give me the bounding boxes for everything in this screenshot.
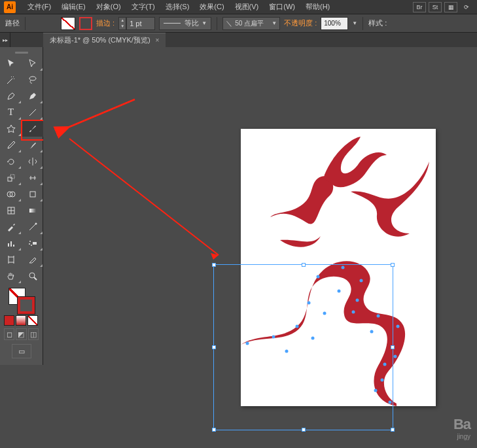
direct-selection-tool[interactable] bbox=[22, 55, 43, 71]
curvature-tool[interactable] bbox=[22, 88, 43, 104]
selection-handle[interactable] bbox=[391, 428, 395, 432]
menu-view[interactable]: 视图(V) bbox=[230, 1, 264, 13]
svg-point-14 bbox=[29, 241, 31, 242]
stroke-weight-value[interactable]: 1 pt bbox=[126, 17, 155, 30]
watermark: Ba jingy bbox=[453, 416, 470, 440]
paintbrush-tool[interactable] bbox=[22, 120, 43, 137]
svg-point-32 bbox=[394, 355, 397, 358]
close-tab-icon[interactable]: × bbox=[156, 37, 160, 44]
selection-type-label: 路径 bbox=[5, 18, 20, 28]
menu-select[interactable]: 选择(S) bbox=[160, 1, 195, 13]
magic-wand-tool[interactable] bbox=[0, 71, 22, 88]
selection-handle[interactable] bbox=[212, 345, 216, 349]
selection-bounding-box[interactable] bbox=[213, 264, 393, 430]
shape-builder-tool[interactable] bbox=[0, 186, 22, 202]
width-tool[interactable] bbox=[22, 169, 43, 186]
pencil-tool[interactable] bbox=[0, 137, 22, 153]
stock-icon[interactable]: St bbox=[429, 2, 442, 12]
stroke-weight-field[interactable]: ▲▼ 1 pt bbox=[118, 17, 155, 30]
column-graph-tool[interactable] bbox=[0, 235, 22, 251]
panel-toggle-icon[interactable]: ▸▸ bbox=[0, 33, 10, 47]
svg-rect-6 bbox=[30, 192, 35, 197]
app-logo: Ai bbox=[4, 1, 16, 13]
svg-rect-11 bbox=[10, 241, 12, 247]
svg-rect-10 bbox=[8, 243, 9, 247]
free-transform-tool[interactable] bbox=[22, 186, 43, 202]
draw-normal-icon[interactable]: ◻ bbox=[4, 328, 14, 340]
selection-handle[interactable] bbox=[391, 263, 395, 267]
svg-line-20 bbox=[69, 99, 135, 127]
bridge-icon[interactable]: Br bbox=[413, 2, 426, 12]
menu-edit[interactable]: 编辑(E) bbox=[56, 1, 91, 13]
symbol-sprayer-tool[interactable] bbox=[22, 235, 43, 251]
svg-line-1 bbox=[29, 109, 36, 116]
gradient-tool[interactable] bbox=[22, 202, 43, 218]
svg-rect-3 bbox=[10, 175, 14, 179]
screen-mode-icon[interactable]: ▭ bbox=[12, 344, 31, 358]
arrange-docs-icon[interactable]: ▦ bbox=[444, 2, 457, 12]
style-label: 样式 : bbox=[368, 18, 387, 28]
artboard-tool[interactable] bbox=[0, 251, 22, 267]
line-tool[interactable] bbox=[22, 104, 43, 120]
type-tool[interactable]: T bbox=[0, 104, 22, 120]
selection-handle[interactable] bbox=[302, 263, 306, 267]
pen-tool[interactable] bbox=[0, 88, 22, 104]
eyedropper-tool[interactable] bbox=[0, 218, 22, 235]
selection-handle[interactable] bbox=[212, 428, 216, 432]
svg-point-0 bbox=[29, 77, 36, 80]
brush-definition-dropdown[interactable]: ＼ 50 点扁平 ▼ bbox=[222, 17, 280, 30]
fill-swatch[interactable] bbox=[61, 17, 75, 30]
selection-handle[interactable] bbox=[391, 345, 395, 349]
svg-point-16 bbox=[31, 245, 32, 246]
document-tab-row: 未标题-1* @ 50% (CMYK/预览) × bbox=[0, 33, 477, 47]
menu-file[interactable]: 文件(F) bbox=[22, 1, 56, 13]
menu-window[interactable]: 窗口(W) bbox=[264, 1, 300, 13]
canvas-area[interactable]: Ba jingy bbox=[43, 47, 477, 448]
svg-rect-12 bbox=[13, 245, 14, 247]
draw-behind-icon[interactable]: ◩ bbox=[16, 328, 26, 340]
slice-tool[interactable] bbox=[22, 251, 43, 267]
sync-icon[interactable]: ⟳ bbox=[460, 2, 473, 12]
svg-line-21 bbox=[69, 139, 219, 255]
selection-handle[interactable] bbox=[302, 428, 306, 432]
color-mode-icon[interactable] bbox=[4, 315, 14, 326]
none-mode-icon[interactable] bbox=[27, 315, 38, 326]
profile-dropdown[interactable]: 等比 ▼ bbox=[159, 17, 211, 30]
draw-inside-icon[interactable]: ◫ bbox=[28, 328, 39, 340]
toolbox: T ◻ ◩ ◫ bbox=[0, 47, 43, 365]
opacity-label: 不透明度 : bbox=[284, 18, 317, 28]
gradient-mode-icon[interactable] bbox=[16, 315, 26, 326]
hand-tool[interactable] bbox=[0, 267, 22, 284]
scale-tool[interactable] bbox=[0, 169, 22, 186]
zoom-tool[interactable] bbox=[22, 267, 43, 284]
selection-tool[interactable] bbox=[0, 55, 22, 71]
reflect-tool[interactable] bbox=[22, 153, 43, 169]
svg-point-18 bbox=[29, 273, 35, 278]
menu-help[interactable]: 帮助(H) bbox=[300, 1, 335, 13]
stroke-swatch[interactable] bbox=[79, 17, 92, 30]
menu-object[interactable]: 对象(O) bbox=[91, 1, 126, 13]
selection-handle[interactable] bbox=[212, 263, 216, 267]
blob-brush-tool[interactable] bbox=[22, 137, 43, 153]
fill-stroke-indicator[interactable] bbox=[9, 288, 35, 314]
svg-rect-2 bbox=[8, 177, 12, 181]
svg-rect-17 bbox=[9, 257, 14, 262]
svg-point-9 bbox=[35, 222, 37, 224]
menubar: Ai 文件(F) 编辑(E) 对象(O) 文字(T) 选择(S) 效果(C) 视… bbox=[0, 0, 477, 14]
svg-line-19 bbox=[34, 277, 37, 280]
menu-right-group: Br St ▦ ⟳ bbox=[413, 2, 473, 12]
svg-rect-8 bbox=[29, 209, 36, 213]
document-tab-title: 未标题-1* @ 50% (CMYK/预览) bbox=[50, 35, 150, 45]
svg-point-15 bbox=[29, 243, 30, 245]
measure-tool[interactable] bbox=[22, 218, 43, 235]
document-tab[interactable]: 未标题-1* @ 50% (CMYK/预览) × bbox=[43, 33, 166, 47]
rotate-tool[interactable] bbox=[0, 153, 22, 169]
options-bar: 路径 描边 : ▲▼ 1 pt 等比 ▼ ＼ 50 点扁平 ▼ 不透明度 : 1… bbox=[0, 14, 477, 33]
star-tool[interactable] bbox=[0, 120, 22, 137]
menu-type[interactable]: 文字(T) bbox=[126, 1, 160, 13]
opacity-field[interactable]: 100% bbox=[321, 17, 348, 30]
menu-effect[interactable]: 效果(C) bbox=[194, 1, 229, 13]
lasso-tool[interactable] bbox=[22, 71, 43, 88]
stroke-color-swatch[interactable] bbox=[18, 297, 35, 314]
mesh-tool[interactable] bbox=[0, 202, 22, 218]
